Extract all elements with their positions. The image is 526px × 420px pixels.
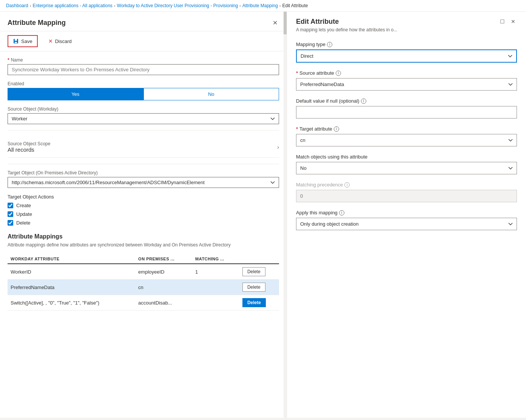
divider-1	[8, 130, 279, 131]
close-button[interactable]: ✕	[271, 18, 279, 28]
right-panel-header: Edit Attribute A mapping lets you define…	[296, 18, 517, 40]
default-value-info-icon[interactable]: i	[361, 98, 366, 104]
apply-mapping-group: Apply this mapping i Only during object …	[296, 210, 517, 230]
attr-mappings-desc: Attribute mappings define how attributes…	[8, 242, 279, 248]
close-right-button[interactable]: ✕	[509, 18, 517, 25]
mapping-type-select[interactable]: Direct Constant Expression	[296, 49, 517, 63]
apply-mapping-select[interactable]: Only during object creation Always	[296, 218, 517, 230]
scrollbar-thumb[interactable]	[284, 12, 287, 34]
delete-button-1[interactable]: Delete	[242, 267, 265, 276]
delete-button-2[interactable]: Delete	[242, 283, 265, 292]
cell-action-1: Delete	[239, 264, 279, 280]
required-star: *	[8, 57, 9, 63]
cell-premises-3: accountDisab...	[135, 295, 192, 311]
right-panel-title: Edit Attribute	[296, 18, 397, 26]
breadcrumb-workday[interactable]: Workday to Active Directory User Provisi…	[117, 3, 238, 8]
table-row: PreferredNameData cn Delete	[8, 280, 279, 295]
attr-mappings-title: Attribute Mappings	[8, 233, 279, 240]
save-button[interactable]: Save	[8, 35, 38, 47]
checkbox-update[interactable]: Update	[8, 211, 279, 217]
match-objects-select[interactable]: No Yes	[296, 162, 517, 174]
source-attribute-select[interactable]: PreferredNameData WorkerID Name	[296, 78, 517, 91]
apply-mapping-info-icon[interactable]: i	[339, 210, 344, 215]
default-value-input[interactable]	[296, 106, 517, 118]
cell-action-2: Delete	[239, 280, 279, 295]
source-attribute-group: * Source attribute i PreferredNameData W…	[296, 70, 517, 91]
breadcrumb-attr-mapping[interactable]: Attribute Mapping	[242, 3, 278, 8]
toggle-yes-button[interactable]: Yes	[8, 88, 143, 100]
right-panel-title-group: Edit Attribute A mapping lets you define…	[296, 18, 397, 40]
divider-2	[8, 164, 279, 164]
default-value-label: Default value if null (optional) i	[296, 98, 517, 104]
delete-button-3[interactable]: Delete	[242, 298, 266, 307]
toolbar: Save ✕ Discard	[0, 31, 287, 51]
apply-mapping-label: Apply this mapping i	[296, 210, 517, 215]
discard-label: Discard	[55, 38, 72, 44]
matching-precedence-info-icon[interactable]: i	[344, 182, 350, 188]
mapping-table-body: WorkerID employeeID 1 Delete PreferredNa…	[8, 264, 279, 311]
panel-header: Attribute Mapping ✕	[0, 12, 287, 31]
scope-label: Source Object Scope	[8, 141, 50, 146]
mapping-type-info-icon[interactable]: i	[327, 42, 332, 47]
checkbox-delete-input[interactable]	[8, 220, 13, 226]
scrollbar-track	[284, 12, 287, 418]
checkbox-delete[interactable]: Delete	[8, 220, 279, 226]
checkbox-delete-label: Delete	[16, 220, 31, 226]
source-object-label: Source Object (Workday)	[8, 106, 279, 112]
scope-value: All records	[8, 146, 50, 153]
cell-workday-2: PreferredNameData	[8, 280, 135, 295]
breadcrumb-dashboard[interactable]: Dashboard	[6, 3, 28, 8]
target-required-star: *	[296, 126, 298, 132]
save-icon	[13, 38, 19, 44]
table-row: Switch([Active], , "0", "True", "1", "Fa…	[8, 295, 279, 311]
svg-rect-3	[15, 42, 17, 43]
table-row: WorkerID employeeID 1 Delete	[8, 264, 279, 280]
checkbox-create[interactable]: Create	[8, 203, 279, 208]
source-attribute-info-icon[interactable]: i	[336, 71, 341, 76]
match-objects-label: Match objects using this attribute	[296, 154, 517, 160]
source-required-star: *	[296, 70, 298, 76]
enabled-toggle: Yes No	[8, 88, 279, 100]
scope-section[interactable]: Source Object Scope All records ›	[8, 137, 279, 158]
maximize-button[interactable]: ☐	[498, 18, 506, 25]
right-panel-subtitle: A mapping lets you define how the attrib…	[296, 27, 397, 32]
scope-chevron-icon: ›	[277, 144, 279, 150]
mapping-type-label: Mapping type i	[296, 42, 517, 47]
cell-workday-1: WorkerID	[8, 264, 135, 280]
match-objects-group: Match objects using this attribute No Ye…	[296, 154, 517, 174]
name-field-group: * Name	[8, 57, 279, 75]
breadcrumb-enterprise[interactable]: Enterprise applications - All applicatio…	[32, 3, 112, 8]
attr-mappings-section: Attribute Mappings Attribute mappings de…	[8, 233, 279, 311]
target-actions-label: Target Object Actions	[8, 194, 279, 200]
target-actions-group: Target Object Actions Create Update Dele…	[8, 194, 279, 226]
target-attribute-info-icon[interactable]: i	[334, 126, 339, 132]
checkbox-update-input[interactable]	[8, 211, 13, 217]
target-attribute-select[interactable]: cn employeeID accountDisab	[296, 134, 517, 146]
mapping-table: WORKDAY ATTRIBUTE ON PREMISES ... MATCHI…	[8, 254, 279, 311]
target-attribute-group: * Target attribute i cn employeeID accou…	[296, 126, 517, 146]
checkbox-group: Create Update Delete	[8, 203, 279, 226]
checkbox-create-label: Create	[16, 203, 31, 208]
save-label: Save	[21, 38, 32, 44]
col-matching: MATCHING ...	[192, 254, 239, 264]
toggle-no-button[interactable]: No	[143, 88, 279, 100]
source-object-field-group: Source Object (Workday) Worker	[8, 106, 279, 124]
panel-title: Attribute Mapping	[8, 19, 66, 27]
scope-text: Source Object Scope All records	[8, 141, 50, 153]
target-object-field-group: Target Object (On Premises Active Direct…	[8, 170, 279, 188]
right-panel: Edit Attribute A mapping lets you define…	[287, 12, 526, 418]
checkbox-create-input[interactable]	[8, 203, 13, 208]
breadcrumb-current: Edit Attribute	[282, 3, 308, 8]
cell-matching-3	[192, 295, 239, 311]
cell-premises-2: cn	[135, 280, 192, 295]
cell-matching-1: 1	[192, 264, 239, 280]
source-object-select[interactable]: Worker	[8, 113, 279, 124]
col-premises: ON PREMISES ...	[135, 254, 192, 264]
target-attribute-label: * Target attribute i	[296, 126, 517, 132]
target-object-select[interactable]: http://schemas.microsoft.com/2006/11/Res…	[8, 177, 279, 188]
default-value-group: Default value if null (optional) i	[296, 98, 517, 118]
cell-action-3: Delete	[239, 295, 279, 311]
discard-button[interactable]: ✕ Discard	[44, 36, 76, 46]
name-input[interactable]	[8, 64, 279, 75]
mapping-type-group: Mapping type i Direct Constant Expressio…	[296, 42, 517, 63]
